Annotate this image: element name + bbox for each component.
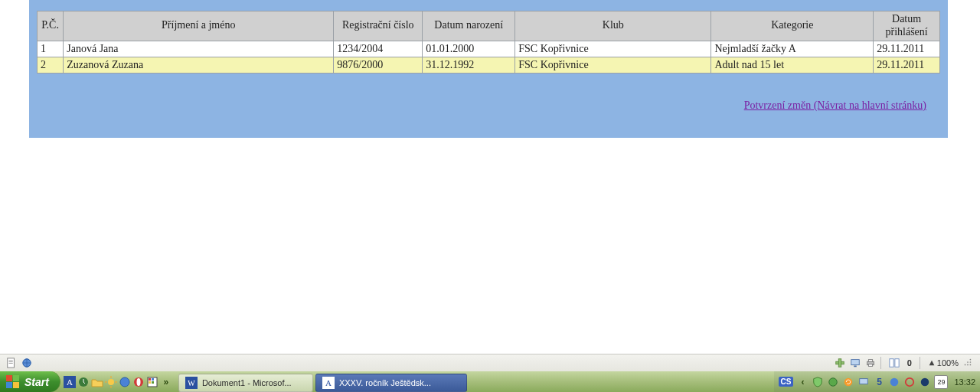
globe-icon[interactable] — [827, 376, 839, 388]
cell-reg: 1234/2004 — [334, 41, 423, 57]
cell-birth: 31.12.1992 — [423, 57, 515, 73]
app-a-icon[interactable]: A — [64, 376, 76, 388]
word-icon: W — [185, 377, 198, 389]
task-label: XXXV. ročník Ještědsk... — [339, 378, 431, 387]
loading-icon[interactable] — [903, 376, 916, 388]
task-item-word[interactable]: W Dokument1 - Microsof... — [178, 374, 313, 392]
zoom-control[interactable]: 100% — [928, 358, 959, 368]
table-row[interactable]: 2 Zuzanová Zuzana 9876/2000 31.12.1992 F… — [38, 57, 940, 73]
svg-point-44 — [890, 377, 899, 386]
table-header-row: P.Č. Příjmení a jméno Registrační číslo … — [38, 11, 940, 41]
svg-rect-34 — [152, 378, 154, 381]
network-icon[interactable] — [119, 376, 131, 388]
cell-order: 1 — [38, 41, 64, 57]
quick-launch: A » — [60, 371, 175, 392]
page-icon — [6, 358, 17, 368]
dark-circle-icon[interactable] — [919, 376, 931, 388]
cell-club: FSC Kopřivnice — [515, 41, 711, 57]
svg-point-46 — [921, 377, 929, 386]
clock-icon[interactable] — [77, 376, 90, 388]
confirm-return-link[interactable]: Potvrzení změn (Návrat na hlavní stránku… — [744, 100, 926, 112]
svg-point-18 — [970, 364, 972, 366]
col-reg: Registrační číslo — [334, 11, 423, 41]
svg-rect-12 — [890, 359, 893, 368]
chevron-right-icon[interactable]: » — [160, 376, 172, 388]
svg-text:A: A — [325, 378, 332, 387]
svg-rect-2 — [9, 361, 13, 362]
svg-point-31 — [136, 378, 140, 386]
svg-point-17 — [967, 361, 969, 363]
printer-icon[interactable] — [865, 358, 876, 368]
svg-point-19 — [967, 364, 969, 366]
svg-rect-1 — [9, 361, 13, 361]
divider-icon — [880, 357, 884, 369]
zoom-value: 100% — [937, 358, 959, 368]
tools-icon[interactable] — [835, 358, 845, 368]
svg-text:A: A — [67, 377, 73, 387]
col-birth: Datum narození — [423, 11, 515, 41]
svg-point-42 — [844, 377, 853, 386]
col-signup: Datum přihlášení — [874, 11, 940, 41]
svg-rect-7 — [851, 360, 859, 365]
sync-icon[interactable] — [842, 376, 854, 388]
svg-rect-43 — [860, 378, 868, 384]
task-label: Dokument1 - Microsof... — [202, 378, 292, 387]
svg-point-24 — [108, 379, 114, 385]
chevron-left-icon[interactable]: ‹ — [796, 376, 808, 388]
svg-point-41 — [829, 377, 838, 386]
monitor-icon[interactable] — [850, 358, 861, 368]
task-buttons: W Dokument1 - Microsof... A XXXV. ročník… — [175, 371, 467, 392]
taskbar: Start A » W Dokument1 - M — [0, 371, 980, 392]
windows-logo-icon — [6, 375, 20, 389]
globe-icon — [21, 358, 32, 368]
status-bar: 0 100% — [0, 354, 980, 371]
cell-name: Janová Jana — [64, 41, 334, 57]
col-order: P.Č. — [38, 11, 64, 41]
cell-category: Adult nad 15 let — [711, 57, 874, 73]
svg-marker-14 — [929, 361, 935, 366]
app-a-icon: A — [322, 377, 335, 389]
svg-rect-35 — [149, 381, 151, 384]
content-panel: P.Č. Příjmení a jméno Registrační číslo … — [29, 0, 948, 138]
calendar-icon[interactable]: 29 — [934, 375, 948, 389]
language-indicator[interactable]: CS — [779, 377, 794, 387]
cell-birth: 01.01.2000 — [423, 41, 515, 57]
clock[interactable]: 13:32 — [951, 377, 975, 387]
svg-rect-33 — [149, 378, 151, 381]
divider-icon — [920, 357, 923, 369]
opera-icon[interactable] — [132, 376, 145, 388]
col-name: Příjmení a jméno — [64, 11, 334, 41]
resize-grip-icon[interactable] — [963, 358, 974, 368]
five-label: 5 — [877, 377, 882, 387]
number-five-icon[interactable]: 5 — [873, 376, 885, 388]
cell-reg: 9876/2000 — [334, 57, 423, 73]
cell-category: Nejmladší žačky A — [711, 41, 874, 57]
paint-icon[interactable] — [146, 376, 158, 388]
svg-point-20 — [965, 364, 966, 366]
col-category: Kategorie — [711, 11, 874, 41]
page-count-value: 0 — [904, 358, 915, 368]
table-row[interactable]: 1 Janová Jana 1234/2004 01.01.2000 FSC K… — [38, 41, 940, 57]
svg-rect-6 — [838, 359, 841, 368]
svg-rect-10 — [868, 360, 872, 362]
svg-rect-8 — [854, 366, 857, 368]
cell-signup: 29.11.2011 — [874, 41, 940, 57]
page-count-icon[interactable] — [889, 358, 900, 368]
svg-text:W: W — [188, 379, 195, 387]
svg-rect-13 — [895, 359, 899, 368]
blue-circle-icon[interactable] — [888, 376, 900, 388]
start-button[interactable]: Start — [0, 371, 60, 392]
sun-icon[interactable] — [105, 376, 117, 388]
svg-point-45 — [906, 377, 914, 386]
col-club: Klub — [515, 11, 711, 41]
shield-icon[interactable] — [812, 376, 824, 388]
cell-club: FSC Kopřivnice — [515, 57, 711, 73]
start-label: Start — [24, 376, 49, 388]
cell-order: 2 — [38, 57, 64, 73]
svg-point-29 — [120, 377, 129, 387]
date-label: 29 — [937, 377, 945, 387]
monitor-icon[interactable] — [858, 376, 870, 388]
folder-icon[interactable] — [91, 376, 103, 388]
cell-name: Zuzanová Zuzana — [64, 57, 334, 73]
task-item-browser[interactable]: A XXXV. ročník Ještědsk... — [315, 374, 467, 392]
